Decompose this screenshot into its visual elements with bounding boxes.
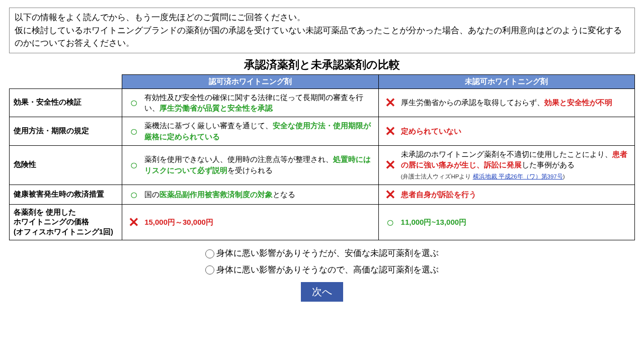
radio-icon[interactable] <box>205 265 214 275</box>
next-button[interactable]: 次へ <box>301 282 343 302</box>
circle-icon: ○ <box>383 216 398 229</box>
row-label-risk: 危険性 <box>10 145 122 185</box>
cross-icon: ✕ <box>383 125 398 138</box>
cross-icon: ✕ <box>383 158 398 171</box>
table-row: 効果・安全性の検証 ○ 有効性及び安全性の確保に関する法律に従って長期間の審査を… <box>10 88 635 117</box>
table-row: 各薬剤を 使用した ホワイトニングの価格 (オフィスホワイトニング1回) ✕ 1… <box>10 204 635 240</box>
option-1-label: 身体に悪い影響がありそうだが、安価な未認可薬剤を選ぶ <box>216 245 439 261</box>
cross-icon: ✕ <box>383 188 398 201</box>
cross-icon: ✕ <box>126 216 141 229</box>
comparison-title: 承認済薬剤と未承認薬剤の比較 <box>9 57 635 72</box>
option-2[interactable]: 身体に悪い影響がありそうなので、高価な認可薬剤を選ぶ <box>9 262 635 278</box>
intro-box: 以下の情報をよく読んでから、もう一度先ほどのご質問にご回答ください。 仮に検討し… <box>9 8 635 53</box>
circle-icon: ○ <box>126 158 141 171</box>
cell-text: 15,000円～30,000円 <box>144 217 374 228</box>
option-2-label: 身体に悪い影響がありそうなので、高価な認可薬剤を選ぶ <box>216 262 439 278</box>
cell-text: 患者自身が訴訟を行う <box>401 189 630 200</box>
source-link[interactable]: 横浜地裁 平成26年（ワ）第397号 <box>473 173 563 179</box>
cell-text: 定められていない <box>401 126 630 137</box>
circle-icon: ○ <box>126 125 141 138</box>
table-row: 危険性 ○ 薬剤を使用できない人、使用時の注意点等が整理され、処置時にはリスクに… <box>10 145 635 185</box>
radio-icon[interactable] <box>205 249 214 258</box>
intro-line2: 仮に検討しているホワイトニングブランドの薬剤が国の承認を受けていない未認可薬品で… <box>15 24 629 50</box>
cell-text: 薬剤を使用できない人、使用時の注意点等が整理され、処置時にはリスクについて必ず説… <box>144 154 374 176</box>
option-1[interactable]: 身体に悪い影響がありそうだが、安価な未認可薬剤を選ぶ <box>9 245 635 261</box>
row-label-relief: 健康被害発生時の救済措置 <box>10 185 122 204</box>
comparison-table: 認可済ホワイトニング剤 未認可ホワイトニング剤 効果・安全性の検証 ○ 有効性及… <box>9 74 635 241</box>
row-label-price: 各薬剤を 使用した ホワイトニングの価格 (オフィスホワイトニング1回) <box>10 204 122 240</box>
row-label-efficacy: 効果・安全性の検証 <box>10 88 122 117</box>
cell-text: 厚生労働省からの承認を取得しておらず、効果と安全性が不明 <box>401 97 630 108</box>
row-label-usage: 使用方法・期限の規定 <box>10 117 122 146</box>
source-citation: (弁護士法人ウィズHPより 横浜地裁 平成26年（ワ）第397号) <box>401 173 565 179</box>
cell-text: 未承認のホワイトニング薬剤を不適切に使用したことにより、患者の唇に強い痛みが生じ… <box>401 149 630 182</box>
cell-text: 有効性及び安全性の確保に関する法律に従って長期間の審査を行い、厚生労働省が品質と… <box>144 92 374 114</box>
table-row: 使用方法・期限の規定 ○ 薬機法に基づく厳しい審査を通じて、安全な使用方法・使用… <box>10 117 635 146</box>
col-unapproved-header: 未認可ホワイトニング剤 <box>378 74 634 88</box>
circle-icon: ○ <box>126 188 141 201</box>
cell-text: 国の医薬品副作用被害救済制度の対象となる <box>144 189 374 200</box>
cell-text: 11,000円~13,000円 <box>401 217 630 228</box>
response-options: 身体に悪い影響がありそうだが、安価な未認可薬剤を選ぶ 身体に悪い影響がありそうな… <box>9 245 635 278</box>
table-corner <box>10 74 122 88</box>
cell-text: 薬機法に基づく厳しい審査を通じて、安全な使用方法・使用期限が厳格に定められている <box>144 120 374 142</box>
intro-line1: 以下の情報をよく読んでから、もう一度先ほどのご質問にご回答ください。 <box>15 11 629 24</box>
col-approved-header: 認可済ホワイトニング剤 <box>122 74 378 88</box>
table-row: 健康被害発生時の救済措置 ○ 国の医薬品副作用被害救済制度の対象となる ✕ 患者… <box>10 185 635 204</box>
circle-icon: ○ <box>126 96 141 109</box>
cross-icon: ✕ <box>383 96 398 109</box>
